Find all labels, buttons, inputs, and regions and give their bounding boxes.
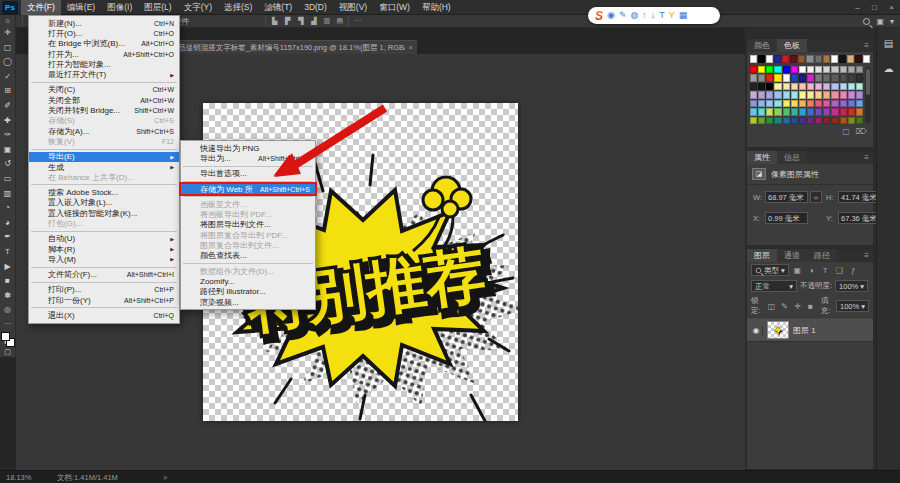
export-submenu-item[interactable]: 将画板导出到 PDF... — [181, 209, 315, 219]
status-chevron-icon[interactable]: > — [163, 473, 167, 482]
export-submenu-item[interactable]: 存储为 Web 所用格式 (旧版)...Alt+Shift+Ctrl+S — [181, 184, 315, 194]
menubar-item[interactable]: 文字(Y) — [178, 0, 218, 15]
swatch[interactable] — [823, 74, 830, 82]
rectangular-marquee-tool[interactable]: ▢ — [0, 41, 16, 56]
dodge-tool[interactable]: ◕ — [0, 216, 16, 231]
swatch[interactable] — [774, 100, 781, 108]
tab-close-icon[interactable]: × — [409, 43, 413, 52]
swatch[interactable] — [783, 117, 790, 125]
globe-icon[interactable]: ◍ — [630, 7, 638, 24]
swatches-tab[interactable]: 颜色 — [747, 39, 777, 52]
swatch[interactable] — [840, 108, 847, 116]
swatch[interactable] — [848, 108, 855, 116]
export-submenu-item[interactable]: 导出首选项... — [181, 169, 315, 179]
swatch[interactable] — [831, 74, 838, 82]
menubar-item[interactable]: 图像(I) — [101, 0, 138, 15]
layers-tab[interactable]: 路径 — [807, 249, 837, 262]
blur-tool[interactable]: ◔ — [0, 201, 16, 216]
export-submenu-item[interactable]: 图层复合导出到文件... — [181, 240, 315, 250]
swatch[interactable] — [766, 100, 773, 108]
zoom-tool[interactable]: ◎ — [0, 303, 16, 318]
swatch[interactable] — [815, 108, 822, 116]
screenshot-tool-logo[interactable]: S — [595, 9, 603, 23]
swatch[interactable] — [758, 66, 765, 74]
swatch[interactable] — [791, 91, 798, 99]
swatch[interactable] — [815, 83, 822, 91]
camera-icon[interactable]: ◉ — [607, 7, 615, 24]
width-field[interactable]: 68.97 毫米 — [765, 191, 808, 203]
file-menu-item[interactable]: 打开为...Alt+Shift+Ctrl+O — [29, 49, 179, 59]
text-icon[interactable]: T — [659, 7, 665, 24]
swatch[interactable] — [840, 117, 847, 125]
menubar-item[interactable]: 图层(L) — [138, 0, 177, 15]
swatch[interactable] — [856, 100, 863, 108]
swatch[interactable] — [791, 117, 798, 125]
swatch[interactable] — [783, 100, 790, 108]
swatch[interactable] — [758, 91, 765, 99]
file-menu-item[interactable]: 生成▶ — [29, 162, 179, 172]
swatch[interactable] — [783, 74, 790, 82]
swatch[interactable] — [848, 100, 855, 108]
export-submenu-item[interactable]: 导出为...Alt+Shift+Ctrl+W — [181, 153, 315, 163]
swatch[interactable] — [799, 66, 806, 74]
libraries-panel-icon[interactable]: ▤ — [884, 38, 893, 49]
swatch[interactable] — [750, 83, 757, 91]
zoom-level-field[interactable]: 18.13% — [6, 473, 31, 482]
lock-icon[interactable]: ■ — [805, 302, 816, 311]
layer-filter-type[interactable]: 类型▾ — [751, 264, 789, 276]
file-menu-item[interactable]: 新建(N)...Ctrl+N — [29, 18, 179, 28]
swatch[interactable] — [823, 83, 830, 91]
swatch[interactable] — [766, 55, 773, 63]
swatch[interactable] — [799, 108, 806, 116]
swatch[interactable] — [791, 66, 798, 74]
swatch[interactable] — [831, 91, 838, 99]
swatch[interactable] — [758, 83, 765, 91]
lock-icon[interactable]: ◫ — [766, 302, 777, 311]
swatch[interactable] — [823, 117, 830, 125]
hand-tool[interactable]: ✽ — [0, 289, 16, 304]
swatch[interactable] — [791, 74, 798, 82]
swatch[interactable] — [823, 100, 830, 108]
quick-selection-tool[interactable]: ✓ — [0, 70, 16, 85]
file-menu-item[interactable]: 打印(P)...Ctrl+P — [29, 285, 179, 295]
swatch[interactable] — [863, 55, 870, 63]
swatch[interactable] — [848, 83, 855, 91]
swatch[interactable] — [815, 74, 822, 82]
swatches-tab[interactable]: 色板 — [777, 39, 807, 52]
swatch[interactable] — [847, 55, 854, 63]
swatch[interactable] — [750, 74, 757, 82]
upload-icon[interactable]: ↑ — [642, 7, 647, 24]
swatch[interactable] — [766, 108, 773, 116]
link-dimensions-toggle[interactable]: ∞ — [810, 191, 822, 203]
align-icon[interactable]: ▤ — [334, 17, 345, 25]
cloud-panel-icon[interactable]: ☁ — [884, 63, 894, 74]
swatch[interactable] — [774, 91, 781, 99]
swatch[interactable] — [774, 66, 781, 74]
swatch[interactable] — [815, 91, 822, 99]
swatch[interactable] — [798, 55, 805, 63]
swatch[interactable] — [831, 83, 838, 91]
file-menu-item[interactable]: 打包(G)... — [29, 218, 179, 228]
home-icon[interactable]: ⌂ — [5, 15, 9, 26]
filter-icon[interactable]: ▣ — [792, 266, 803, 275]
swatch[interactable] — [750, 66, 757, 74]
swatch[interactable] — [815, 100, 822, 108]
screen-mode-icon[interactable]: ▢ — [0, 346, 16, 357]
panel-menu-icon[interactable]: ≡ — [860, 39, 873, 52]
visibility-eye-icon[interactable]: ◉ — [750, 326, 763, 335]
swatch[interactable] — [766, 66, 773, 74]
swatch[interactable] — [750, 108, 757, 116]
new-swatch-icon[interactable]: ▢ — [842, 127, 850, 136]
fill-field[interactable]: 100%▾ — [836, 300, 869, 312]
swatch[interactable] — [831, 108, 838, 116]
swatch[interactable] — [774, 83, 781, 91]
layer-row[interactable]: ◉✦图层 1 — [747, 318, 873, 342]
swatch[interactable] — [774, 117, 781, 125]
swatch[interactable] — [783, 83, 790, 91]
swatch[interactable] — [823, 108, 830, 116]
height-field[interactable]: 41.74 毫米 — [838, 191, 881, 203]
align-icon[interactable]: ▜ — [295, 17, 306, 25]
export-submenu-item[interactable]: 快速导出为 PNG — [181, 143, 315, 153]
path-selection-tool[interactable]: ▶ — [0, 260, 16, 275]
swatch[interactable] — [790, 55, 797, 63]
